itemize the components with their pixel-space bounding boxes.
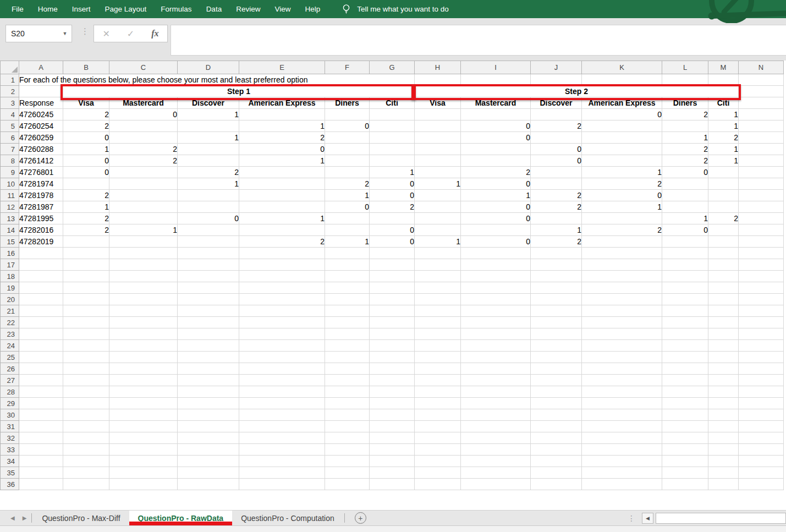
cell-G34[interactable] (370, 456, 415, 467)
cell-J16[interactable] (531, 248, 582, 259)
cell-M28[interactable] (708, 386, 739, 398)
cell-J31[interactable] (531, 421, 582, 432)
cell-A19[interactable] (19, 282, 63, 294)
cell-E6[interactable]: 2 (239, 132, 325, 144)
cell-K22[interactable] (582, 317, 662, 328)
cell-A5-response-id[interactable]: 47260254 (19, 120, 63, 132)
cell-K18[interactable] (582, 271, 662, 282)
menu-view[interactable]: View (267, 0, 298, 18)
cell-F6[interactable] (325, 132, 370, 144)
cell-L12[interactable] (662, 201, 708, 213)
cell-B27[interactable] (63, 375, 109, 386)
cell-A16[interactable] (19, 248, 63, 259)
cell-E8[interactable]: 1 (239, 155, 325, 167)
cell-L22[interactable] (662, 317, 708, 328)
cell-F16[interactable] (325, 248, 370, 259)
cell-I22[interactable] (461, 317, 531, 328)
cell-E27[interactable] (239, 375, 325, 386)
cell-E15[interactable]: 2 (239, 236, 325, 248)
cell-F19[interactable] (325, 282, 370, 294)
cell-N22[interactable] (739, 317, 784, 328)
cell-N11[interactable] (739, 190, 784, 201)
cell-N20[interactable] (739, 294, 784, 305)
cell-K12[interactable]: 1 (582, 201, 662, 213)
row-header-33[interactable]: 33 (1, 444, 19, 456)
cell-J22[interactable] (531, 317, 582, 328)
cell-I8[interactable] (461, 155, 531, 167)
cell-A8-response-id[interactable]: 47261412 (19, 155, 63, 167)
hscroll-thumb[interactable] (656, 513, 786, 524)
column-header-A[interactable]: A (19, 61, 63, 74)
cell-B25[interactable] (63, 352, 109, 363)
row-header-27[interactable]: 27 (1, 375, 19, 386)
cell-M16[interactable] (708, 248, 739, 259)
cell-F13[interactable] (325, 213, 370, 224)
cell-A10-response-id[interactable]: 47281974 (19, 178, 63, 190)
cell-B16[interactable] (63, 248, 109, 259)
cell-I19[interactable] (461, 282, 531, 294)
name-box[interactable]: S20 ▼ (6, 25, 72, 42)
cell-B35[interactable] (63, 467, 109, 479)
cell-N34[interactable] (739, 456, 784, 467)
cell-D19[interactable] (178, 282, 239, 294)
cell-G31[interactable] (370, 421, 415, 432)
cell-H18[interactable] (415, 271, 461, 282)
cell-L29[interactable] (662, 398, 708, 409)
cell-E17[interactable] (239, 259, 325, 271)
cell-D16[interactable] (178, 248, 239, 259)
cell-B33[interactable] (63, 444, 109, 456)
cell-L27[interactable] (662, 375, 708, 386)
cell-I26[interactable] (461, 363, 531, 375)
cell-B36[interactable] (63, 479, 109, 490)
cell-K7[interactable] (582, 144, 662, 155)
cell-N28[interactable] (739, 386, 784, 398)
cell-N32[interactable] (739, 432, 784, 444)
cell-K16[interactable] (582, 248, 662, 259)
cell-C17[interactable] (109, 259, 178, 271)
cell-E7[interactable]: 0 (239, 144, 325, 155)
cell-E19[interactable] (239, 282, 325, 294)
cell-E30[interactable] (239, 409, 325, 421)
cell-K19[interactable] (582, 282, 662, 294)
cell-I36[interactable] (461, 479, 531, 490)
cell-I6[interactable]: 0 (461, 132, 531, 144)
cell-J36[interactable] (531, 479, 582, 490)
cell-G15[interactable]: 0 (370, 236, 415, 248)
cell-L14[interactable]: 0 (662, 224, 708, 236)
cell-I25[interactable] (461, 352, 531, 363)
cell-N2[interactable] (739, 86, 784, 97)
cell-M9[interactable] (708, 167, 739, 178)
cell-M8[interactable]: 1 (708, 155, 739, 167)
cell-D7[interactable] (178, 144, 239, 155)
cell-K28[interactable] (582, 386, 662, 398)
formula-bar-input[interactable] (171, 25, 786, 56)
row-header-5[interactable]: 5 (1, 120, 19, 132)
cell-B34[interactable] (63, 456, 109, 467)
cell-J28[interactable] (531, 386, 582, 398)
cell-D15[interactable] (178, 236, 239, 248)
cell-M11[interactable] (708, 190, 739, 201)
cell-G19[interactable] (370, 282, 415, 294)
cell-D35[interactable] (178, 467, 239, 479)
row-header-34[interactable]: 34 (1, 456, 19, 467)
insert-function-icon[interactable]: fx (151, 29, 158, 39)
add-sheet-button[interactable]: + (355, 512, 366, 524)
cell-D32[interactable] (178, 432, 239, 444)
row-header-2[interactable]: 2 (1, 86, 19, 97)
cell-D27[interactable] (178, 375, 239, 386)
cell-L15[interactable] (662, 236, 708, 248)
cell-H36[interactable] (415, 479, 461, 490)
cell-E26[interactable] (239, 363, 325, 375)
cell-A35[interactable] (19, 467, 63, 479)
tab-scroll-right-icon[interactable]: ▶ (19, 515, 31, 521)
cell-K17[interactable] (582, 259, 662, 271)
cell-E22[interactable] (239, 317, 325, 328)
cell-I35[interactable] (461, 467, 531, 479)
cell-C16[interactable] (109, 248, 178, 259)
cell-E12[interactable] (239, 201, 325, 213)
column-header-C[interactable]: C (109, 61, 178, 74)
row-header-3[interactable]: 3 (1, 97, 19, 109)
column-header-J[interactable]: J (531, 61, 582, 74)
cell-J12[interactable]: 2 (531, 201, 582, 213)
cell-M20[interactable] (708, 294, 739, 305)
